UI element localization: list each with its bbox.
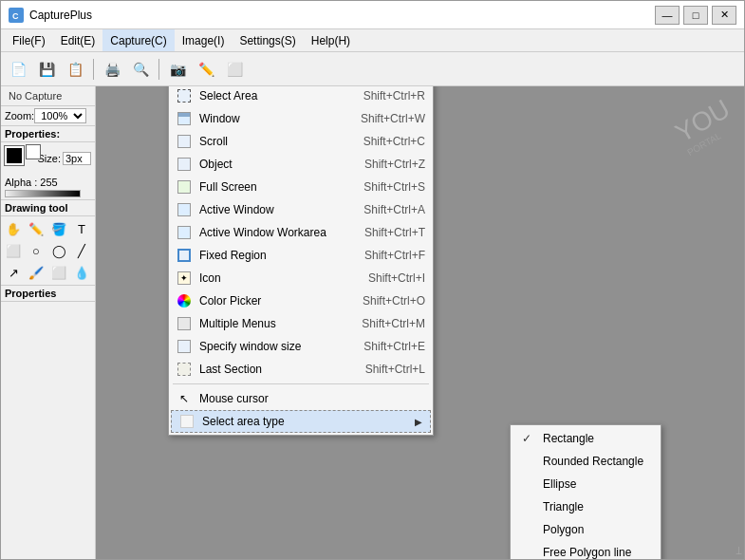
menu-item-last-section[interactable]: Last Section Shift+Ctrl+L xyxy=(169,358,433,381)
menu-file[interactable]: File(F) xyxy=(5,29,53,51)
toolbar-new[interactable]: 📄 xyxy=(5,56,31,83)
scroll-shortcut: Shift+Ctrl+C xyxy=(363,135,425,148)
toolbar-copy[interactable]: 📋 xyxy=(62,56,88,83)
menu-item-active-window[interactable]: Active Window Shift+Ctrl+A xyxy=(169,198,433,221)
toolbar-edit[interactable]: ✏️ xyxy=(193,56,219,83)
active-window-shortcut: Shift+Ctrl+A xyxy=(363,203,425,216)
menu-item-object[interactable]: Object Shift+Ctrl+Z xyxy=(169,153,433,176)
multiple-menus-icon xyxy=(177,316,192,331)
watermark: YOU PORTAL xyxy=(671,94,741,159)
window-controls: — □ ✕ xyxy=(655,6,736,25)
menu-item-select-area-type[interactable]: Select area type ▶ xyxy=(171,410,431,433)
toolbar: 📄 💾 📋 🖨️ 🔍 📷 ✏️ ⬜ xyxy=(1,52,744,86)
resize-handle[interactable]: ⟘ xyxy=(736,546,742,557)
color-size-row: Size: 3px xyxy=(1,142,95,175)
rectangle-check: ✓ xyxy=(522,432,535,445)
submenu-free-polygon[interactable]: Free Polygon line xyxy=(511,541,661,559)
menu-item-icon[interactable]: ✦ Icon Shift+Ctrl+I xyxy=(169,267,433,289)
menu-item-window[interactable]: Window Shift+Ctrl+W xyxy=(169,107,433,130)
specify-window-label: Specify window size xyxy=(199,340,356,353)
toolbar-select[interactable]: ⬜ xyxy=(221,56,248,83)
submenu-polygon[interactable]: Polygon xyxy=(511,518,661,541)
select-area-type-submenu: ✓ Rectangle Rounded Rectangle Ellipse Tr… xyxy=(510,424,661,559)
window-title: CapturePlus xyxy=(29,9,655,22)
fixed-region-icon xyxy=(177,248,192,263)
menu-help[interactable]: Help(H) xyxy=(304,29,358,51)
tool-rect[interactable]: ⬜ xyxy=(3,240,24,261)
alpha-slider[interactable] xyxy=(5,190,81,197)
tool-circle[interactable]: ○ xyxy=(26,240,47,261)
menu-item-color-picker[interactable]: Color Picker Shift+Ctrl+O xyxy=(169,289,433,312)
tool-text[interactable]: T xyxy=(71,218,92,239)
mouse-cursor-icon: ↖ xyxy=(177,391,192,406)
active-window-label: Active Window xyxy=(199,203,356,216)
window-icon xyxy=(177,111,192,126)
title-bar: C CapturePlus — □ ✕ xyxy=(1,1,744,29)
menu-item-active-window-workarea[interactable]: Active Window Workarea Shift+Ctrl+T xyxy=(169,221,433,244)
scroll-label: Scroll xyxy=(199,135,356,148)
tool-line[interactable]: ╱ xyxy=(71,240,92,261)
drawing-tool-label: Drawing tool xyxy=(1,199,95,216)
menu-item-scroll[interactable]: Scroll Shift+Ctrl+C xyxy=(169,130,433,153)
canvas-area: Select Area Shift+Ctrl+R Window Shift+Ct… xyxy=(96,86,744,559)
menu-item-mouse-cursor[interactable]: ↖ Mouse cursor xyxy=(169,387,433,410)
foreground-color[interactable] xyxy=(5,146,24,165)
polygon-label: Polygon xyxy=(543,523,584,536)
close-button[interactable]: ✕ xyxy=(712,6,736,25)
last-section-icon xyxy=(177,362,192,377)
fixed-region-label: Fixed Region xyxy=(199,249,357,262)
tool-pencil[interactable]: ✏️ xyxy=(26,218,47,239)
menu-item-fixed-region[interactable]: Fixed Region Shift+Ctrl+F xyxy=(169,244,433,267)
tool-eraser[interactable]: ⬜ xyxy=(48,262,69,283)
zoom-select[interactable]: 100% 50% 200% xyxy=(34,108,86,123)
main-layout: No Capture Zoom: 100% 50% 200% Propertie… xyxy=(1,86,744,559)
minimize-button[interactable]: — xyxy=(655,6,680,25)
tool-arrow[interactable]: ↗ xyxy=(3,262,24,283)
tool-ellipse[interactable]: ◯ xyxy=(48,240,69,261)
rounded-rectangle-check xyxy=(522,455,535,468)
select-area-label: Select Area xyxy=(199,89,356,103)
object-icon xyxy=(177,157,192,172)
menu-bar: File(F) Edit(E) Capture(C) Image(I) Sett… xyxy=(1,29,744,52)
menu-item-specify-window[interactable]: Specify window size Shift+Ctrl+E xyxy=(169,335,433,358)
triangle-check xyxy=(522,500,535,513)
app-icon: C xyxy=(9,8,24,23)
submenu-ellipse[interactable]: Ellipse xyxy=(511,473,661,495)
menu-edit[interactable]: Edit(E) xyxy=(53,29,103,51)
submenu-triangle[interactable]: Triangle xyxy=(511,495,661,518)
full-screen-icon xyxy=(177,179,192,195)
multiple-menus-shortcut: Shift+Ctrl+M xyxy=(362,317,425,330)
triangle-label: Triangle xyxy=(543,500,584,513)
active-window-workarea-label: Active Window Workarea xyxy=(199,226,357,239)
full-screen-shortcut: Shift+Ctrl+S xyxy=(363,180,425,194)
toolbar-camera[interactable]: 📷 xyxy=(164,56,191,83)
tool-hand[interactable]: ✋ xyxy=(3,218,24,239)
rectangle-label: Rectangle xyxy=(543,432,594,445)
icon-shortcut: Shift+Ctrl+I xyxy=(368,271,425,285)
active-window-workarea-icon xyxy=(177,225,192,240)
menu-settings[interactable]: Settings(S) xyxy=(232,29,303,51)
toolbar-save[interactable]: 💾 xyxy=(33,56,60,83)
background-color[interactable] xyxy=(26,144,41,159)
submenu-rectangle[interactable]: ✓ Rectangle xyxy=(511,427,661,450)
size-label: Size: xyxy=(38,153,61,164)
polygon-check xyxy=(522,523,535,536)
capture-dropdown-menu: Select Area Shift+Ctrl+R Window Shift+Ct… xyxy=(168,86,434,436)
menu-item-select-area[interactable]: Select Area Shift+Ctrl+R xyxy=(169,86,433,107)
select-area-icon xyxy=(177,88,192,103)
tool-brush[interactable]: 🖌️ xyxy=(26,262,47,283)
menu-item-multiple-menus[interactable]: Multiple Menus Shift+Ctrl+M xyxy=(169,312,433,335)
tool-dropper[interactable]: 💧 xyxy=(71,262,92,283)
ellipse-check xyxy=(522,477,535,491)
menu-item-full-screen[interactable]: Full Screen Shift+Ctrl+S xyxy=(169,176,433,198)
main-window: C CapturePlus — □ ✕ File(F) Edit(E) Capt… xyxy=(0,0,745,560)
size-input[interactable]: 3px xyxy=(63,152,91,165)
last-section-shortcut: Shift+Ctrl+L xyxy=(365,363,425,376)
tool-fill[interactable]: 🪣 xyxy=(48,218,69,239)
submenu-rounded-rectangle[interactable]: Rounded Rectangle xyxy=(511,450,661,473)
toolbar-zoom[interactable]: 🔍 xyxy=(127,56,154,83)
menu-capture[interactable]: Capture(C) xyxy=(102,29,174,51)
menu-image[interactable]: Image(I) xyxy=(175,29,233,51)
toolbar-print[interactable]: 🖨️ xyxy=(99,56,125,83)
maximize-button[interactable]: □ xyxy=(683,6,708,25)
